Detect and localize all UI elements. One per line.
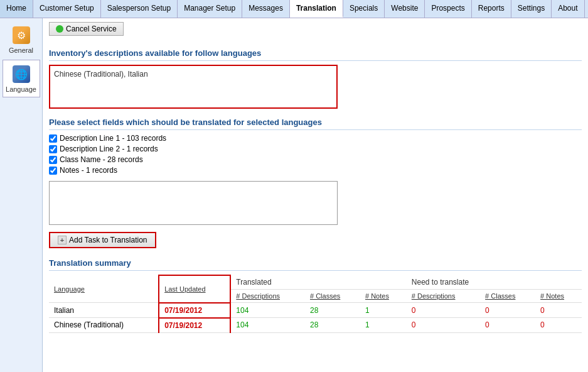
row2-notes-need: 0 bbox=[535, 318, 582, 333]
row2-language: Chinese (Traditional) bbox=[49, 318, 159, 333]
nav-tab-sign-out[interactable]: Sign Out bbox=[585, 0, 588, 18]
add-task-label: Add Task to Translation bbox=[69, 236, 147, 244]
table-row: Italian 07/19/2012 104 28 1 0 0 0 bbox=[49, 303, 582, 318]
table-row: Chinese (Traditional) 07/19/2012 104 28 … bbox=[49, 318, 582, 333]
add-task-button[interactable]: + Add Task to Translation bbox=[49, 232, 156, 248]
row2-desc-translated: 104 bbox=[230, 318, 305, 333]
checkbox-row-2: Description Line 2 - 1 records bbox=[49, 145, 582, 153]
nav-tab-about[interactable]: About bbox=[552, 0, 584, 18]
row2-notes-translated: 1 bbox=[360, 318, 407, 333]
row1-desc-need: 0 bbox=[407, 303, 480, 318]
languages-box: Chinese (Traditional), Italian bbox=[49, 65, 338, 109]
col-desc-need[interactable]: # Descriptions bbox=[407, 290, 480, 303]
nav-tab-translation[interactable]: Translation bbox=[290, 0, 343, 18]
green-status-dot bbox=[56, 25, 63, 33]
checkbox-row-3: Class Name - 28 records bbox=[49, 155, 582, 164]
nav-tab-manager-setup[interactable]: Manager Setup bbox=[178, 0, 242, 18]
row1-notes-translated: 1 bbox=[360, 303, 407, 318]
nav-tab-home[interactable]: Home bbox=[0, 0, 33, 18]
nav-tab-customer-setup[interactable]: Customer Setup bbox=[33, 0, 101, 18]
checkbox-notes-label: Notes - 1 records bbox=[60, 166, 117, 175]
summary-table: Language Last Updated Translated Need to… bbox=[49, 275, 582, 333]
col-classes-translated[interactable]: # Classes bbox=[305, 290, 360, 303]
row2-classes-need: 0 bbox=[480, 318, 535, 333]
row2-last-updated: 07/19/2012 bbox=[159, 318, 230, 333]
col-notes-translated[interactable]: # Notes bbox=[360, 290, 407, 303]
checkbox-class-label: Class Name - 28 records bbox=[60, 155, 143, 164]
sidebar-item-general-label: General bbox=[9, 46, 33, 54]
checkbox-desc2[interactable] bbox=[49, 145, 57, 153]
languages-value: Chinese (Traditional), Italian bbox=[54, 70, 148, 79]
sidebar-item-general[interactable]: General bbox=[3, 21, 40, 58]
inventory-heading: Inventory's descriptions available for f… bbox=[49, 48, 582, 61]
general-icon bbox=[11, 25, 31, 45]
sidebar-item-language[interactable]: Language bbox=[3, 60, 40, 97]
cancel-service-button[interactable]: Cancel Service bbox=[49, 22, 124, 36]
top-nav: Home Customer Setup Salesperson Setup Ma… bbox=[0, 0, 588, 18]
sidebar-item-language-label: Language bbox=[6, 85, 36, 93]
col-last-updated[interactable]: Last Updated bbox=[159, 275, 230, 303]
main-layout: General Language Cancel Service Inventor… bbox=[0, 18, 588, 372]
add-icon: + bbox=[58, 236, 67, 244]
checkbox-row-4: Notes - 1 records bbox=[49, 166, 582, 175]
summary-section: Translation summary Language Last Update… bbox=[49, 258, 582, 333]
nav-tab-website[interactable]: Website bbox=[385, 0, 425, 18]
nav-tab-specials[interactable]: Specials bbox=[343, 0, 385, 18]
group-translated: Translated bbox=[230, 275, 406, 290]
sidebar: General Language bbox=[0, 18, 43, 372]
checkbox-class[interactable] bbox=[49, 156, 57, 164]
row1-last-updated: 07/19/2012 bbox=[159, 303, 230, 318]
fields-section: Please select fields which should be tra… bbox=[49, 118, 582, 258]
row2-classes-translated: 28 bbox=[305, 318, 360, 333]
group-need: Need to translate bbox=[407, 275, 582, 290]
row1-desc-translated: 104 bbox=[230, 303, 305, 318]
col-notes-need[interactable]: # Notes bbox=[535, 290, 582, 303]
fields-heading: Please select fields which should be tra… bbox=[49, 118, 582, 130]
checkbox-desc2-label: Description Line 2 - 1 records bbox=[60, 145, 158, 153]
row1-notes-need: 0 bbox=[535, 303, 582, 318]
cancel-service-bar: Cancel Service bbox=[49, 22, 582, 42]
cancel-service-label: Cancel Service bbox=[66, 25, 117, 33]
checkbox-desc1-label: Description Line 1 - 103 records bbox=[60, 134, 166, 143]
language-icon bbox=[11, 64, 31, 84]
checkboxes-area: Description Line 1 - 103 records Descrip… bbox=[49, 134, 582, 175]
checkbox-desc1[interactable] bbox=[49, 134, 57, 143]
content-area: Cancel Service Inventory's descriptions … bbox=[43, 18, 588, 372]
row1-classes-translated: 28 bbox=[305, 303, 360, 318]
col-language[interactable]: Language bbox=[49, 275, 159, 303]
inventory-section: Inventory's descriptions available for f… bbox=[49, 48, 582, 109]
checkbox-notes[interactable] bbox=[49, 167, 57, 175]
col-desc-translated[interactable]: # Descriptions bbox=[230, 290, 305, 303]
nav-tab-reports[interactable]: Reports bbox=[472, 0, 511, 18]
summary-heading: Translation summary bbox=[49, 258, 582, 271]
checkbox-row-1: Description Line 1 - 103 records bbox=[49, 134, 582, 143]
nav-tab-prospects[interactable]: Prospects bbox=[425, 0, 471, 18]
nav-tab-salesperson-setup[interactable]: Salesperson Setup bbox=[101, 0, 178, 18]
row1-classes-need: 0 bbox=[480, 303, 535, 318]
col-classes-need[interactable]: # Classes bbox=[480, 290, 535, 303]
nav-tab-messages[interactable]: Messages bbox=[242, 0, 290, 18]
task-textarea[interactable] bbox=[49, 181, 338, 225]
nav-tab-settings[interactable]: Settings bbox=[511, 0, 552, 18]
row1-language: Italian bbox=[49, 303, 159, 318]
row2-desc-need: 0 bbox=[407, 318, 480, 333]
